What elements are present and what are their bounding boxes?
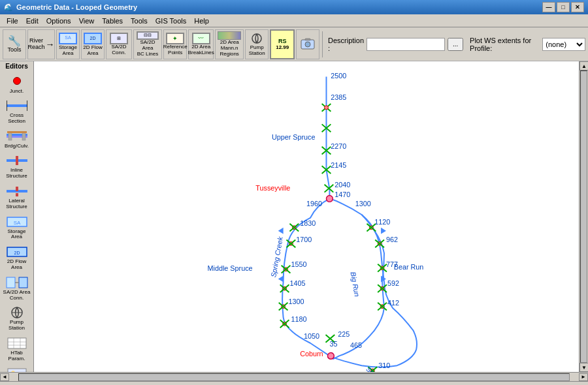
description-area: Description : ... bbox=[328, 37, 463, 52]
lateral-structure-icon bbox=[5, 184, 29, 198]
sidebar-item-sa2d-conn[interactable]: SA/2D AreaConn. bbox=[1, 273, 33, 303]
menu-gis-tools[interactable]: GIS Tools bbox=[152, 16, 191, 26]
toolbar-sa2d-conn-btn[interactable]: ⊞ SA/2DConn. bbox=[106, 29, 132, 59]
label-bear-run: Bear Run bbox=[394, 263, 424, 271]
title-bar-controls: — □ ✕ bbox=[542, 2, 584, 12]
svg-rect-32 bbox=[8, 369, 26, 372]
svg-rect-23 bbox=[19, 277, 27, 288]
river-reach-icon: RiverReach → bbox=[28, 38, 55, 51]
sidebar-item-junction[interactable]: Junct. bbox=[1, 72, 33, 96]
toolbar-tools-label: Tools bbox=[7, 46, 21, 53]
storage-area-label: StorageArea bbox=[7, 229, 25, 241]
editors-label: Editors bbox=[1, 63, 32, 70]
svg-rect-27 bbox=[8, 338, 26, 348]
toolbar-tools-btn[interactable]: 🔧 Tools bbox=[3, 29, 26, 59]
menu-view[interactable]: View bbox=[75, 16, 99, 26]
tools-icon: 🔧 bbox=[8, 36, 21, 46]
label-1470: 1470 bbox=[335, 191, 350, 198]
label-225: 225 bbox=[338, 330, 350, 338]
sidebar-item-2dflow[interactable]: 2D 2D FlowArea bbox=[1, 243, 33, 273]
label-2145: 2145 bbox=[331, 161, 346, 169]
menu-tables[interactable]: Tables bbox=[98, 16, 127, 26]
label-465: 465 bbox=[350, 341, 362, 349]
toolbar-rs-btn[interactable]: RS 12.99 bbox=[270, 29, 295, 59]
title-bar: 🌊 Geometric Data - Looped Geometry — □ ✕ bbox=[0, 0, 588, 14]
close-button[interactable]: ✕ bbox=[571, 2, 584, 12]
pump-station-sidebar-label: PumpStation bbox=[8, 320, 25, 331]
svg-text:Spring Creek: Spring Creek bbox=[269, 236, 284, 278]
label-1300b: 1300 bbox=[288, 298, 304, 305]
toolbar-river-reach-btn[interactable]: RiverReach → bbox=[27, 29, 55, 59]
description-browse-button[interactable]: ... bbox=[448, 38, 463, 51]
label-1405: 1405 bbox=[289, 279, 305, 287]
title-bar-left: 🌊 Geometric Data - Looped Geometry bbox=[4, 3, 137, 12]
menu-file[interactable]: File bbox=[3, 16, 22, 26]
sidebar-item-htab[interactable]: HTabParam. bbox=[1, 334, 33, 364]
pump-station-sidebar-icon bbox=[5, 305, 29, 320]
label-1960: 1960 bbox=[306, 200, 322, 208]
toolbar: 🔧 Tools RiverReach → SA StorageArea 2D 2… bbox=[0, 27, 588, 61]
toolbar-picture-btn[interactable] bbox=[296, 29, 319, 59]
svg-rect-11 bbox=[7, 131, 27, 133]
menu-help[interactable]: Help bbox=[190, 16, 213, 26]
toolbar-2dflow-btn[interactable]: 2D 2D FlowArea bbox=[81, 29, 105, 59]
scroll-track-vertical[interactable] bbox=[580, 70, 587, 363]
toolbar-separator bbox=[322, 31, 323, 57]
maximize-button[interactable]: □ bbox=[557, 2, 570, 12]
menu-bar: File Edit Options View Tables Tools GIS … bbox=[0, 14, 588, 27]
svg-rect-22 bbox=[7, 277, 15, 288]
toolbar-ref-points-btn[interactable]: ✦ ReferencePoints bbox=[163, 29, 187, 59]
pump-station-label: PumpStation bbox=[249, 45, 265, 57]
scroll-up-button[interactable]: ▲ bbox=[580, 61, 588, 70]
main-area: Editors Junct. CrossSection bbox=[0, 61, 588, 372]
sidebar-item-cross-section[interactable]: CrossSection bbox=[1, 97, 33, 127]
scroll-down-button[interactable]: ▼ bbox=[580, 363, 588, 372]
svg-rect-16 bbox=[16, 187, 18, 191]
status-bar: 0.8909, 0.7737 bbox=[0, 381, 588, 385]
svg-rect-9 bbox=[8, 132, 12, 140]
scroll-right-button[interactable]: ► bbox=[579, 373, 588, 381]
2d-breaklines-icon: 〰 bbox=[192, 33, 210, 44]
svg-text:SA: SA bbox=[13, 220, 20, 226]
sidebar-item-storage-area[interactable]: SA StorageArea bbox=[1, 213, 33, 243]
toolbar-sa2d-bc-btn[interactable]: ⊟⊟ SA/2D AreaBC Lines bbox=[133, 29, 162, 59]
label-1180: 1180 bbox=[291, 315, 306, 323]
toolbar-storage-area-btn[interactable]: SA StorageArea bbox=[56, 29, 80, 59]
minimize-button[interactable]: — bbox=[542, 2, 555, 12]
app-icon: 🌊 bbox=[4, 3, 13, 12]
junction-label: Junct. bbox=[10, 88, 24, 94]
toolbar-2d-breaklines-btn[interactable]: 〰 2D AreaBreakLines bbox=[188, 29, 214, 59]
sidebar-item-lateral-structure[interactable]: LateralStructure bbox=[1, 182, 33, 212]
2d-mann-icon bbox=[218, 31, 241, 40]
toolbar-pump-station-btn[interactable]: PumpStation bbox=[245, 29, 269, 59]
ref-points-icon: ✦ bbox=[166, 33, 184, 44]
scroll-left-button[interactable]: ◄ bbox=[0, 373, 9, 381]
svg-rect-3 bbox=[305, 38, 310, 40]
sidebar-item-inline-structure[interactable]: InlineStructure bbox=[1, 151, 33, 181]
pump-station-icon bbox=[248, 32, 266, 45]
profile-select[interactable]: (none) bbox=[542, 38, 585, 51]
menu-tools[interactable]: Tools bbox=[127, 16, 152, 26]
label-170: 170 bbox=[391, 371, 402, 372]
canvas-area[interactable]: Spring Creek Big Run So Creek 2500 2385 … bbox=[34, 61, 579, 372]
storage-area-icon: SA bbox=[59, 33, 77, 44]
junction-icon bbox=[5, 74, 29, 88]
sidebar-item-pump-station[interactable]: PumpStation bbox=[1, 303, 33, 333]
svg-rect-14 bbox=[16, 156, 18, 165]
2d-breaklines-label: 2D AreaBreakLines bbox=[188, 44, 214, 56]
svg-rect-10 bbox=[22, 132, 25, 140]
toolbar-2d-mann-btn[interactable]: 2D AreaMann.nRegions bbox=[215, 29, 244, 59]
label-2500: 2500 bbox=[331, 72, 346, 80]
scrollbar-bottom[interactable]: ◄ ► bbox=[0, 372, 588, 381]
description-input[interactable] bbox=[367, 38, 445, 51]
scroll-track-horizontal[interactable] bbox=[18, 373, 570, 381]
scrollbar-right[interactable]: ▲ ▼ bbox=[579, 61, 588, 372]
svg-text:2D: 2D bbox=[14, 251, 20, 255]
menu-options[interactable]: Options bbox=[42, 16, 75, 26]
label-upper-spruce: Upper Spruce bbox=[272, 133, 316, 141]
rs-icon: RS bbox=[278, 38, 287, 44]
sidebar-item-bridge[interactable]: Brdg/Culv. bbox=[1, 127, 33, 151]
svg-text:Big Run: Big Run bbox=[350, 271, 361, 298]
menu-edit[interactable]: Edit bbox=[22, 16, 42, 26]
sidebar-item-view-picture[interactable]: ViewPicture bbox=[1, 365, 33, 372]
